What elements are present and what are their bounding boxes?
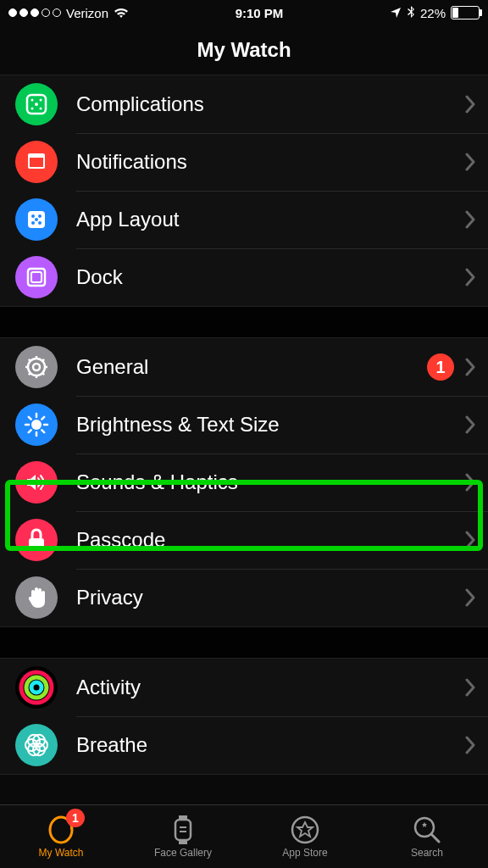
tab-label: Face Gallery bbox=[154, 847, 212, 859]
svg-rect-50 bbox=[179, 840, 187, 844]
row-label: General bbox=[76, 355, 427, 379]
app-layout-icon bbox=[15, 198, 58, 241]
row-label: Complications bbox=[76, 92, 464, 116]
svg-line-33 bbox=[29, 417, 31, 420]
svg-line-35 bbox=[42, 417, 44, 420]
status-bar: Verizon 9:10 PM 22% bbox=[0, 0, 488, 25]
row-activity[interactable]: Activity bbox=[0, 659, 488, 716]
gear-icon bbox=[15, 346, 58, 388]
tab-bar: My Watch1Face GalleryApp StoreSearch bbox=[0, 804, 488, 868]
notification-badge: 1 bbox=[427, 353, 454, 381]
wifi-icon bbox=[114, 7, 129, 19]
svg-point-5 bbox=[35, 103, 38, 106]
chevron-right-icon bbox=[464, 473, 476, 492]
svg-line-26 bbox=[42, 359, 44, 361]
carrier-label: Verizon bbox=[66, 6, 108, 20]
row-label: Activity bbox=[76, 676, 464, 699]
svg-point-18 bbox=[33, 364, 40, 370]
settings-list[interactable]: ComplicationsNotificationsApp LayoutDock… bbox=[0, 75, 488, 804]
svg-rect-48 bbox=[175, 820, 191, 840]
tab-label: Search bbox=[411, 847, 443, 859]
svg-point-17 bbox=[28, 359, 45, 376]
tab-my-watch[interactable]: My Watch1 bbox=[0, 805, 122, 868]
tab-face-gallery[interactable]: Face Gallery bbox=[122, 805, 244, 868]
svg-point-27 bbox=[31, 420, 42, 430]
svg-point-3 bbox=[31, 108, 34, 110]
row-notifications[interactable]: Notifications bbox=[0, 133, 488, 191]
chevron-right-icon bbox=[464, 415, 476, 434]
svg-rect-8 bbox=[30, 158, 43, 167]
chevron-right-icon bbox=[464, 268, 476, 287]
signal-dots bbox=[8, 8, 61, 17]
row-complications[interactable]: Complications bbox=[0, 75, 488, 133]
svg-point-13 bbox=[38, 221, 42, 225]
chevron-right-icon bbox=[464, 153, 476, 171]
tab-app-store[interactable]: App Store bbox=[244, 805, 366, 868]
dock-icon bbox=[15, 256, 58, 298]
svg-line-31 bbox=[29, 430, 31, 432]
svg-line-24 bbox=[29, 359, 30, 361]
svg-line-29 bbox=[42, 430, 44, 432]
svg-point-14 bbox=[35, 218, 38, 221]
chevron-right-icon bbox=[464, 95, 476, 114]
svg-line-55 bbox=[431, 834, 439, 842]
page-title: My Watch bbox=[0, 25, 488, 75]
row-label: Brightness & Text Size bbox=[76, 413, 464, 437]
row-label: Passcode bbox=[76, 528, 464, 552]
row-label: Dock bbox=[76, 265, 464, 289]
svg-point-4 bbox=[40, 108, 42, 110]
lock-icon bbox=[15, 519, 58, 561]
svg-rect-16 bbox=[31, 272, 42, 282]
app-store-icon bbox=[290, 815, 320, 845]
svg-point-2 bbox=[40, 99, 42, 102]
tab-label: My Watch bbox=[39, 847, 84, 859]
notifications-icon bbox=[15, 141, 58, 183]
chevron-right-icon bbox=[464, 358, 476, 376]
chevron-right-icon bbox=[464, 678, 476, 697]
svg-point-11 bbox=[38, 214, 42, 218]
svg-rect-36 bbox=[29, 538, 44, 550]
face-gallery-icon bbox=[169, 815, 197, 845]
row-breathe[interactable]: Breathe bbox=[0, 716, 488, 774]
speaker-icon bbox=[15, 461, 58, 504]
hand-icon bbox=[15, 576, 58, 619]
clock: 9:10 PM bbox=[236, 6, 284, 20]
chevron-right-icon bbox=[464, 531, 476, 549]
row-label: Sounds & Haptics bbox=[76, 470, 464, 494]
complications-icon bbox=[15, 83, 58, 125]
bluetooth-icon bbox=[407, 6, 415, 19]
search-icon bbox=[412, 815, 442, 845]
location-icon bbox=[390, 7, 402, 19]
row-label: Breathe bbox=[76, 733, 464, 757]
row-label: Notifications bbox=[76, 150, 464, 174]
battery-icon bbox=[451, 6, 480, 19]
svg-point-1 bbox=[31, 99, 34, 102]
battery-pct: 22% bbox=[420, 6, 446, 20]
chevron-right-icon bbox=[464, 210, 476, 229]
row-brightness[interactable]: Brightness & Text Size bbox=[0, 396, 488, 453]
row-label: Privacy bbox=[76, 586, 464, 609]
svg-rect-49 bbox=[179, 815, 187, 820]
tab-search[interactable]: Search bbox=[366, 805, 488, 868]
row-sounds[interactable]: Sounds & Haptics bbox=[0, 453, 488, 511]
svg-point-12 bbox=[31, 221, 35, 225]
activity-icon bbox=[15, 666, 58, 709]
row-privacy[interactable]: Privacy bbox=[0, 569, 488, 626]
svg-line-22 bbox=[29, 373, 30, 375]
chevron-right-icon bbox=[464, 736, 476, 754]
chevron-right-icon bbox=[464, 588, 476, 607]
row-dock[interactable]: Dock bbox=[0, 248, 488, 306]
brightness-icon bbox=[15, 403, 58, 446]
tab-label: App Store bbox=[282, 847, 327, 859]
svg-line-20 bbox=[42, 373, 44, 375]
tab-badge: 1 bbox=[66, 809, 85, 827]
svg-point-10 bbox=[31, 214, 35, 218]
breathe-icon bbox=[15, 724, 58, 766]
svg-point-39 bbox=[31, 682, 42, 693]
row-general[interactable]: General1 bbox=[0, 338, 488, 396]
row-passcode[interactable]: Passcode bbox=[0, 511, 488, 569]
row-app-layout[interactable]: App Layout bbox=[0, 191, 488, 248]
row-label: App Layout bbox=[76, 208, 464, 231]
